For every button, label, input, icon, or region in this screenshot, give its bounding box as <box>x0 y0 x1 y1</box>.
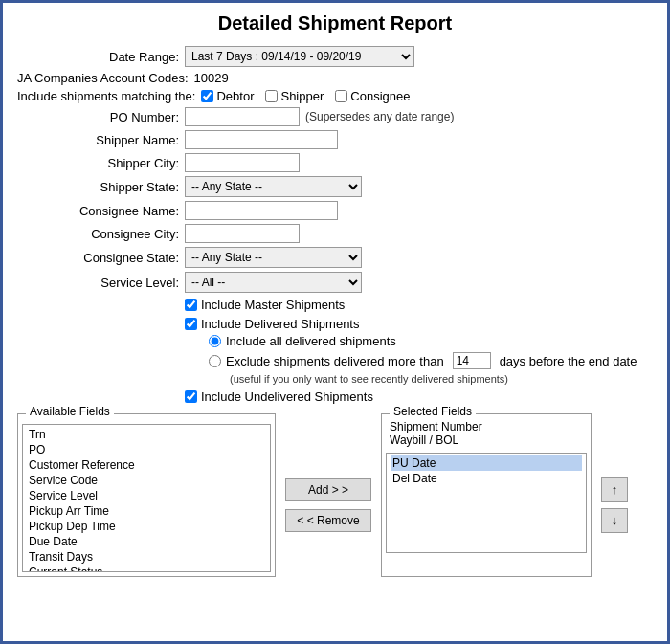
list-item[interactable]: PU Date <box>391 455 582 471</box>
service-level-row: Service Level: -- All -- <box>17 272 653 293</box>
selected-list-container[interactable]: PU DateDel Date <box>386 453 587 553</box>
right-arrows: ↑ ↓ <box>601 413 628 577</box>
exclude-days-input[interactable] <box>453 352 491 369</box>
shipper-name-row: Shipper Name: <box>17 130 653 149</box>
list-item[interactable]: Trn <box>27 427 266 442</box>
include-master-checkbox[interactable] <box>185 299 197 311</box>
include-undelivered-checkbox[interactable] <box>185 390 197 403</box>
consignee-checkbox[interactable] <box>335 90 347 102</box>
list-item[interactable]: Transit Days <box>27 549 266 565</box>
list-item[interactable]: PO <box>27 442 266 457</box>
po-number-row: PO Number: (Supersedes any date range) <box>17 107 653 126</box>
selected-fixed-list: Shipment NumberWaybill / BOL <box>390 420 583 447</box>
consignee-city-label: Consignee City: <box>17 227 185 241</box>
list-item[interactable]: Pickup Arr Time <box>27 503 266 519</box>
selected-fields-title: Selected Fields <box>390 405 476 418</box>
remove-button[interactable]: < < Remove <box>285 509 371 532</box>
consignee-checkbox-label[interactable]: Consignee <box>335 89 410 103</box>
list-item[interactable]: Pickup Dep Time <box>27 519 266 534</box>
consignee-name-input[interactable] <box>185 201 338 220</box>
exclude-delivered-radio[interactable] <box>209 355 221 367</box>
middle-buttons: Add > > < < Remove <box>285 413 371 577</box>
include-all-radio[interactable] <box>209 335 221 347</box>
po-number-label: PO Number: <box>17 110 185 124</box>
list-item[interactable]: Customer Reference <box>27 457 266 473</box>
include-delivered-checkbox[interactable] <box>185 318 197 330</box>
service-level-label: Service Level: <box>17 276 185 290</box>
list-item[interactable]: Service Level <box>27 488 266 503</box>
available-list: TrnPOCustomer ReferenceService CodeServi… <box>23 425 270 572</box>
delivered-radio-group: Include all delivered shipments Exclude … <box>209 334 653 385</box>
selected-list: PU DateDel Date <box>387 454 586 488</box>
include-master-label[interactable]: Include Master Shipments <box>185 298 345 312</box>
available-fields-box: Available Fields TrnPOCustomer Reference… <box>17 413 276 577</box>
selected-fixed-item: Waybill / BOL <box>390 433 583 447</box>
selected-fixed-items: Shipment NumberWaybill / BOL <box>386 418 587 449</box>
shipper-name-input[interactable] <box>185 130 338 149</box>
consignee-state-label: Consignee State: <box>17 251 185 265</box>
account-codes-row: JA Companies Account Codes: 10029 <box>17 71 653 85</box>
po-number-input[interactable] <box>185 107 300 126</box>
date-range-label: Date Range: <box>17 50 185 64</box>
consignee-state-row: Consignee State: -- Any State -- <box>17 247 653 268</box>
include-delivered-label[interactable]: Include Delivered Shipments <box>185 317 359 331</box>
po-note: (Supersedes any date range) <box>305 110 454 123</box>
available-fields-title: Available Fields <box>26 405 114 418</box>
shipper-city-input[interactable] <box>185 153 300 172</box>
shipper-state-row: Shipper State: -- Any State -- <box>17 176 653 197</box>
shipper-city-label: Shipper City: <box>17 156 185 170</box>
include-all-delivered-label[interactable]: Include all delivered shipments <box>209 334 396 348</box>
selected-fields-box: Selected Fields Shipment NumberWaybill /… <box>381 413 592 577</box>
page-title: Detailed Shipment Report <box>17 12 653 34</box>
consignee-state-select[interactable]: -- Any State -- <box>185 247 362 268</box>
consignee-name-label: Consignee Name: <box>17 204 185 218</box>
selected-fixed-item: Shipment Number <box>390 420 583 433</box>
include-label: Include shipments matching the: <box>17 89 201 103</box>
bottom-section: Available Fields TrnPOCustomer Reference… <box>17 413 653 577</box>
exclude-note: (useful if you only want to see recently… <box>230 373 653 385</box>
include-master-row: Include Master Shipments <box>185 298 653 312</box>
include-delivered-row: Include Delivered Shipments <box>185 317 653 331</box>
include-checkboxes: Debtor Shipper Consignee <box>201 89 410 103</box>
exclude-delivered-row: Exclude shipments delivered more than da… <box>209 352 653 369</box>
service-level-select[interactable]: -- All -- <box>185 272 362 293</box>
up-arrow-button[interactable]: ↑ <box>601 477 628 502</box>
available-fields-list[interactable]: TrnPOCustomer ReferenceService CodeServi… <box>22 424 271 572</box>
debtor-checkbox[interactable] <box>201 90 213 102</box>
list-item[interactable]: Del Date <box>391 471 582 486</box>
include-undelivered-label[interactable]: Include Undelivered Shipments <box>185 389 373 404</box>
list-item[interactable]: Service Code <box>27 473 266 488</box>
include-all-delivered-row: Include all delivered shipments <box>209 334 653 348</box>
consignee-name-row: Consignee Name: <box>17 201 653 220</box>
list-item[interactable]: Due Date <box>27 534 266 549</box>
debtor-checkbox-label[interactable]: Debtor <box>201 89 254 103</box>
account-codes-value: 10029 <box>194 71 229 85</box>
consignee-city-row: Consignee City: <box>17 224 653 243</box>
main-container: Detailed Shipment Report Date Range: Las… <box>0 0 670 644</box>
exclude-delivered-label[interactable]: Exclude shipments delivered more than da… <box>209 352 636 369</box>
consignee-city-input[interactable] <box>185 224 300 243</box>
shipper-city-row: Shipper City: <box>17 153 653 172</box>
include-matching-row: Include shipments matching the: Debtor S… <box>17 89 653 103</box>
down-arrow-button[interactable]: ↓ <box>601 508 628 533</box>
shipper-state-label: Shipper State: <box>17 180 185 194</box>
list-item[interactable]: Current Status <box>27 565 266 572</box>
shipper-checkbox[interactable] <box>265 90 278 102</box>
date-range-row: Date Range: Last 7 Days : 09/14/19 - 09/… <box>17 46 653 67</box>
add-button[interactable]: Add > > <box>285 478 371 501</box>
shipper-checkbox-label[interactable]: Shipper <box>265 89 324 103</box>
shipper-name-label: Shipper Name: <box>17 133 185 147</box>
account-codes-label: JA Companies Account Codes: <box>17 71 194 85</box>
date-range-select[interactable]: Last 7 Days : 09/14/19 - 09/20/19 <box>185 46 414 67</box>
shipper-state-select[interactable]: -- Any State -- <box>185 176 362 197</box>
include-undelivered-row: Include Undelivered Shipments <box>185 389 653 404</box>
